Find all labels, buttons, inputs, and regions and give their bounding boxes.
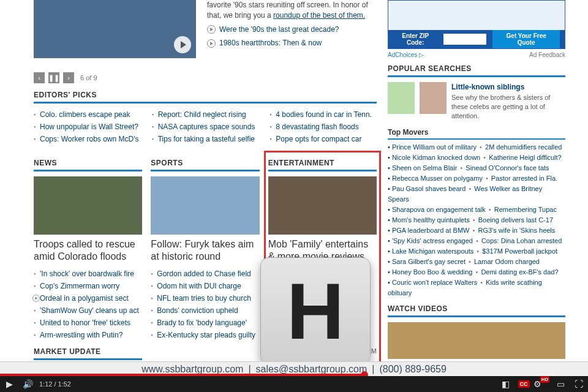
news-link[interactable]: 'In shock' over boardwalk fire bbox=[40, 270, 134, 278]
popular-title[interactable]: Little-known siblings bbox=[451, 82, 565, 92]
news-link[interactable]: Ordeal in a polygamist sect bbox=[40, 294, 129, 303]
yt-fullscreen-button[interactable]: ⛶ bbox=[570, 376, 588, 392]
ed-link[interactable]: Pope opts for compact car bbox=[276, 135, 361, 143]
mover-link[interactable]: Sheen on Selma Blair bbox=[392, 164, 457, 172]
editors-col-2: Report: Child neglect rising NASA captur… bbox=[152, 108, 259, 145]
mover-link[interactable]: Sinead O'Connor's face tats bbox=[466, 164, 549, 172]
mover-link[interactable]: Katherine Heigl difficult? bbox=[489, 154, 561, 161]
mover-link[interactable]: Mom's healthy quintuplets bbox=[392, 216, 470, 224]
ed-link[interactable]: Report: Child neglect rising bbox=[158, 110, 246, 119]
yt-cc-button[interactable]: CC bbox=[514, 376, 533, 392]
editors-col-3: 4 bodies found in car in Tenn. 8 devasta… bbox=[270, 108, 377, 145]
footer-phone: (800) 889-9659 bbox=[379, 364, 446, 375]
yt-play-button[interactable]: ▶ bbox=[0, 376, 18, 392]
prev-button[interactable]: ‹ bbox=[34, 72, 45, 83]
mover-link[interactable]: Pastor arrested in Fla. bbox=[491, 175, 557, 182]
play-icon bbox=[32, 295, 40, 302]
mover-link[interactable]: 'Spy Kids' actress engaged bbox=[392, 237, 473, 244]
ent-header: ENTERTAINMENT bbox=[268, 159, 377, 172]
news-link[interactable]: Arm-wrestling with Putin? bbox=[40, 331, 123, 339]
mover-link[interactable]: Cops: Dina Lohan arrested bbox=[481, 237, 562, 244]
sports-link[interactable]: Odom hit with DUI charge bbox=[157, 282, 241, 290]
yt-watch-later-button[interactable]: ◧ bbox=[496, 376, 514, 392]
slider-controls: ‹ ❚❚ › 6 of 9 bbox=[34, 72, 377, 83]
sports-header: SPORTS bbox=[151, 159, 259, 172]
sports-thumb[interactable] bbox=[151, 176, 259, 235]
popular-searches-header: POPULAR SEARCHES bbox=[388, 64, 565, 77]
next-button[interactable]: › bbox=[63, 72, 74, 83]
ed-link[interactable]: 8 devastating flash floods bbox=[276, 123, 358, 131]
sports-link[interactable]: Ex-Kentucky star pleads guilty bbox=[157, 331, 255, 339]
mover-link[interactable]: Prince William out of military bbox=[392, 143, 477, 151]
ed-link[interactable]: Tips for taking a tasteful selfie bbox=[158, 135, 255, 143]
mover-link[interactable]: Lamar Odom charged bbox=[474, 258, 540, 265]
ed-link[interactable]: Cops: Worker robs own McD's bbox=[40, 135, 138, 143]
mover-link[interactable]: Couric won't replace Walters bbox=[392, 279, 477, 286]
mover-link[interactable]: Boeing delivers last C-17 bbox=[478, 216, 553, 224]
mover-link[interactable]: RG3's wife in 'Skins heels bbox=[478, 227, 555, 234]
play-icon bbox=[207, 25, 216, 34]
hero-link[interactable]: roundup of the best of them. bbox=[273, 11, 365, 20]
hero-sublink-2[interactable]: 1980s heartthrobs: Then & now bbox=[207, 38, 377, 48]
news-thumb[interactable] bbox=[34, 176, 142, 235]
footer-email: sales@ssbbartgroup.com bbox=[256, 364, 368, 375]
mover-link[interactable]: Sara Gilbert's gay secret bbox=[392, 258, 466, 265]
mover-link[interactable]: Honey Boo Boo & wedding bbox=[392, 268, 472, 276]
key-overlay: H bbox=[260, 257, 371, 364]
footer-url: www.ssbbartgroup.com bbox=[141, 364, 243, 375]
slide-counter: 6 of 9 bbox=[80, 74, 97, 81]
mover-link[interactable]: PGA leaderboard at BMW bbox=[392, 227, 470, 234]
ed-link[interactable]: Colo. climbers escape peak bbox=[40, 110, 130, 119]
ed-link[interactable]: 4 bodies found in car in Tenn. bbox=[276, 110, 372, 119]
mover-link[interactable]: Pau Gasol shaves beard bbox=[392, 185, 466, 192]
mover-link[interactable]: Lake Michigan waterspouts bbox=[392, 247, 473, 255]
mover-link[interactable]: Remembering Tupac bbox=[494, 206, 557, 213]
hero-sublink-1[interactable]: Were the '90s the last great decade? bbox=[207, 24, 377, 35]
zip-input[interactable] bbox=[443, 34, 486, 45]
play-icon bbox=[207, 39, 216, 48]
yt-time: 1:12 / 1:52 bbox=[39, 380, 71, 388]
video-thumb[interactable] bbox=[388, 322, 565, 359]
celeb-thumb-1[interactable] bbox=[388, 82, 415, 114]
play-icon[interactable] bbox=[174, 36, 191, 53]
sports-link[interactable]: Gordon added to Chase field bbox=[157, 270, 251, 278]
ad-banner[interactable]: Enter ZIP Code: Get Your Free Quote bbox=[388, 0, 565, 49]
mover-link[interactable]: Rebecca Musser on polygamy bbox=[392, 175, 483, 182]
mover-link[interactable]: $317M Powerball jackpot bbox=[482, 247, 557, 255]
top-movers-list: • Prince William out of military • 2M de… bbox=[388, 142, 565, 299]
adchoices-link[interactable]: AdChoices ▷ bbox=[388, 51, 424, 58]
news-link[interactable]: 'ShamWow Guy' cleans up act bbox=[40, 306, 139, 315]
popular-blurb: See why the brothers & sisters of these … bbox=[451, 94, 550, 119]
news-header: NEWS bbox=[34, 159, 142, 172]
news-link[interactable]: Cop's Zimmerman worry bbox=[40, 282, 119, 290]
ent-thumb[interactable] bbox=[268, 176, 377, 235]
video-controls: ▶ 🔊 1:12 / 1:52 ◧ CC ⚙HD ▭ ⛶ bbox=[0, 376, 588, 392]
news-column: NEWS Troops called to rescue amid Colora… bbox=[34, 155, 142, 392]
sports-link[interactable]: Bonds' conviction upheld bbox=[157, 306, 238, 315]
hero-image[interactable] bbox=[34, 0, 196, 58]
top-movers-header: Top Movers bbox=[388, 128, 565, 140]
sports-lead[interactable]: Follow: Furyk takes aim at historic roun… bbox=[151, 238, 259, 263]
yt-volume-button[interactable]: 🔊 bbox=[18, 376, 37, 392]
yt-theater-button[interactable]: ▭ bbox=[551, 376, 570, 392]
editors-picks-header: EDITORS' PICKS bbox=[34, 91, 377, 104]
news-lead[interactable]: Troops called to rescue amid Colorado fl… bbox=[34, 238, 142, 263]
mover-link[interactable]: Demi dating ex-BF's dad? bbox=[481, 268, 558, 276]
sports-link[interactable]: NFL team tries to buy church bbox=[157, 294, 251, 303]
mover-link[interactable]: Sharapova on engagement talk bbox=[392, 206, 486, 213]
celeb-thumb-2[interactable] bbox=[420, 82, 447, 114]
mover-link[interactable]: Nicole Kidman knocked down bbox=[392, 154, 480, 161]
mover-link[interactable]: 2M dehumidifiers recalled bbox=[485, 143, 562, 151]
quote-button[interactable]: Get Your Free Quote bbox=[492, 30, 560, 48]
ad-feedback-link[interactable]: Ad Feedback bbox=[529, 51, 565, 58]
market-header: MARKET UPDATE bbox=[34, 347, 142, 360]
yt-settings-button[interactable]: ⚙HD bbox=[533, 376, 551, 392]
ed-link[interactable]: How unpopular is Wall Street? bbox=[40, 123, 138, 131]
sports-column: SPORTS Follow: Furyk takes aim at histor… bbox=[151, 155, 259, 392]
editors-col-1: Colo. climbers escape peak How unpopular… bbox=[34, 108, 141, 145]
news-link[interactable]: United to honor 'free' tickets bbox=[40, 318, 130, 327]
ed-link[interactable]: NASA captures space sounds bbox=[158, 123, 255, 131]
watch-videos-header: WATCH VIDEOS bbox=[388, 304, 565, 317]
pause-button[interactable]: ❚❚ bbox=[48, 72, 59, 83]
sports-link[interactable]: Brady to fix 'body language' bbox=[157, 318, 247, 327]
